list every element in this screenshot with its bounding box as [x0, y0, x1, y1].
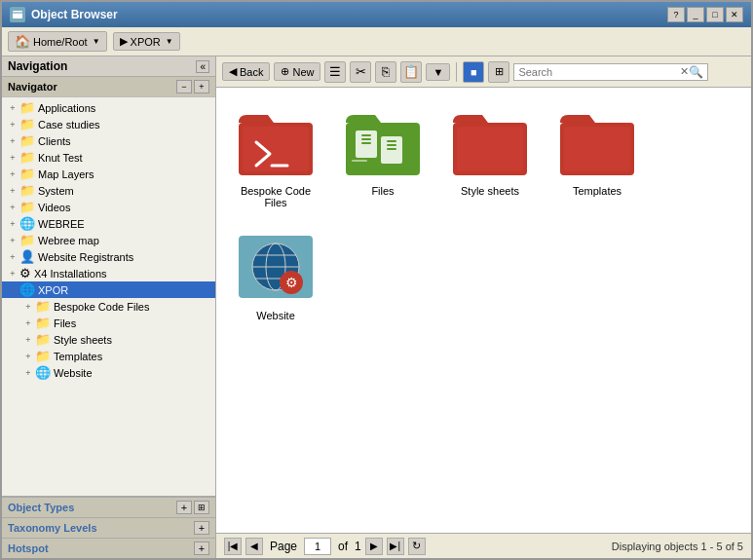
svg-rect-7 [361, 142, 371, 144]
tree-item-website[interactable]: + 🌐 Website [18, 364, 215, 381]
folder-icon: 📁 [19, 200, 35, 214]
folder-icon: 📁 [19, 117, 35, 131]
help-button[interactable]: ? [667, 7, 685, 22]
globe-icon: 🌐 [19, 216, 35, 231]
back-icon: ◀ [229, 65, 237, 78]
tree-item-system[interactable]: + 📁 System [2, 182, 215, 199]
first-page-button[interactable]: |◀ [224, 538, 242, 555]
object-types-add-button[interactable]: + [176, 501, 192, 514]
tree-item-bespoke[interactable]: + 📁 Bespoke Code Files [18, 298, 215, 315]
folder-icon: 📁 [19, 183, 35, 198]
hotspot-title: Hotspot [8, 542, 49, 554]
tree-item-applications[interactable]: + 📁 Applications [2, 99, 215, 116]
grid-view-button[interactable]: ⊞ [488, 61, 509, 83]
back-label: Back [240, 66, 263, 78]
display-status: Displaying objects 1 - 5 of 5 [612, 541, 743, 552]
tree-item-x4-installations[interactable]: + ⚙ X4 Installations [2, 265, 215, 281]
expand-icon: + [6, 120, 19, 130]
sidebar-toggle-button[interactable]: « [196, 60, 209, 73]
xpor-button[interactable]: ▶ XPOR ▼ [113, 32, 180, 51]
tree-item-website-registrants[interactable]: + 👤 Website Registrants [2, 248, 215, 265]
last-page-button[interactable]: ▶| [387, 538, 404, 555]
refresh-button[interactable]: ↻ [408, 538, 426, 555]
window-title: Object Browser [31, 8, 118, 21]
bespoke-label: Bespoke CodeFiles [241, 185, 311, 208]
folder-icon: 📁 [19, 100, 35, 115]
page-number-input[interactable] [304, 538, 331, 555]
grid-item-stylesheets[interactable]: Style sheets [446, 103, 534, 208]
tree-label: Bespoke Code Files [54, 301, 149, 313]
prev-page-button[interactable]: ◀ [245, 538, 263, 555]
tree-item-webree[interactable]: + 🌐 WEBREE [2, 215, 215, 232]
navigator-header: Navigator − + [2, 77, 215, 97]
object-types-title: Object Types [8, 502, 74, 513]
minimize-button[interactable]: _ [687, 7, 704, 22]
search-clear-button[interactable]: ✕ [680, 65, 689, 78]
paste-dropdown-button[interactable]: ▼ [426, 63, 450, 81]
object-types-header[interactable]: Object Types + ⊞ [2, 498, 215, 517]
total-pages: 1 [355, 540, 361, 553]
tree-item-clients[interactable]: + 📁 Clients [2, 132, 215, 149]
expand-icon: + [6, 269, 19, 279]
icon-view-button[interactable]: ■ [463, 61, 484, 83]
svg-text:⚙: ⚙ [285, 275, 298, 290]
bespoke-icon [237, 103, 315, 181]
svg-rect-0 [13, 11, 22, 19]
tree-label: Map Layers [38, 168, 94, 180]
tree-item-templates[interactable]: + 📁 Templates [18, 348, 215, 364]
tree-item-case-studies[interactable]: + 📁 Case studies [2, 116, 215, 132]
page-label: Page [270, 540, 297, 553]
tree-label: Website Registrants [38, 251, 133, 263]
close-button[interactable]: ✕ [726, 7, 743, 22]
paste-icon: 📋 [403, 64, 419, 79]
separator [456, 62, 457, 82]
hotspot-add-button[interactable]: + [194, 541, 209, 555]
copy-button[interactable]: ⎘ [375, 61, 396, 83]
navigation-title: Navigation [8, 59, 67, 73]
navigator-minimize-button[interactable]: − [176, 80, 192, 93]
folder-icon: 📁 [35, 349, 51, 363]
tree-label: Style sheets [54, 334, 112, 346]
tree-item-webree-map[interactable]: + 📁 Webree map [2, 232, 215, 248]
sidebar-header: Navigation « [2, 56, 215, 77]
hotspot-panel: Hotspot + [2, 538, 215, 558]
new-button[interactable]: ⊕ New [274, 62, 320, 81]
grid-view-icon: ⊞ [495, 65, 504, 78]
grid-item-website[interactable]: ⚙ Website [232, 228, 320, 321]
svg-rect-11 [387, 148, 396, 150]
tree-item-stylesheets[interactable]: + 📁 Style sheets [18, 331, 215, 348]
hotspot-header[interactable]: Hotspot + [2, 539, 215, 558]
tree-item-videos[interactable]: + 📁 Videos [2, 199, 215, 215]
grid-item-bespoke[interactable]: Bespoke CodeFiles [232, 103, 320, 208]
search-input[interactable] [518, 66, 680, 78]
stylesheets-label: Style sheets [461, 185, 519, 197]
templates-icon [558, 103, 636, 181]
address-bar: 🏠 Home/Root ▼ ▶ XPOR ▼ [2, 27, 751, 56]
tree-item-files[interactable]: + 📁 Files [18, 315, 215, 331]
svg-rect-6 [361, 138, 371, 140]
taxonomy-add-button[interactable]: + [194, 521, 209, 535]
tree-item-xpor[interactable]: − 🌐 XPOR [2, 281, 215, 298]
home-button[interactable]: 🏠 Home/Root ▼ [8, 31, 107, 52]
tree-label: Videos [38, 202, 70, 213]
grid-item-files[interactable]: Files [339, 103, 427, 208]
grid-item-templates[interactable]: Templates [553, 103, 641, 208]
title-bar: Object Browser ? _ □ ✕ [2, 2, 751, 27]
list-view-button[interactable]: ☰ [324, 61, 346, 83]
tree-item-map-layers[interactable]: + 📁 Map Layers [2, 166, 215, 182]
cut-icon: ✂ [356, 64, 366, 79]
maximize-button[interactable]: □ [706, 7, 724, 22]
object-types-settings-button[interactable]: ⊞ [194, 501, 209, 514]
svg-rect-5 [361, 134, 371, 136]
tree-item-knut-test[interactable]: + 📁 Knut Test [2, 149, 215, 166]
navigator-expand-button[interactable]: + [194, 80, 209, 93]
next-page-button[interactable]: ▶ [365, 538, 383, 555]
cut-button[interactable]: ✂ [350, 61, 371, 83]
folder-icon: 📁 [35, 332, 51, 347]
taxonomy-header[interactable]: Taxonomy Levels + [2, 518, 215, 538]
object-types-panel: Object Types + ⊞ [2, 497, 215, 517]
expand-icon: + [6, 219, 19, 229]
paste-button[interactable]: 📋 [400, 61, 422, 83]
back-button[interactable]: ◀ Back [222, 62, 270, 81]
tree-label: Webree map [38, 235, 99, 246]
